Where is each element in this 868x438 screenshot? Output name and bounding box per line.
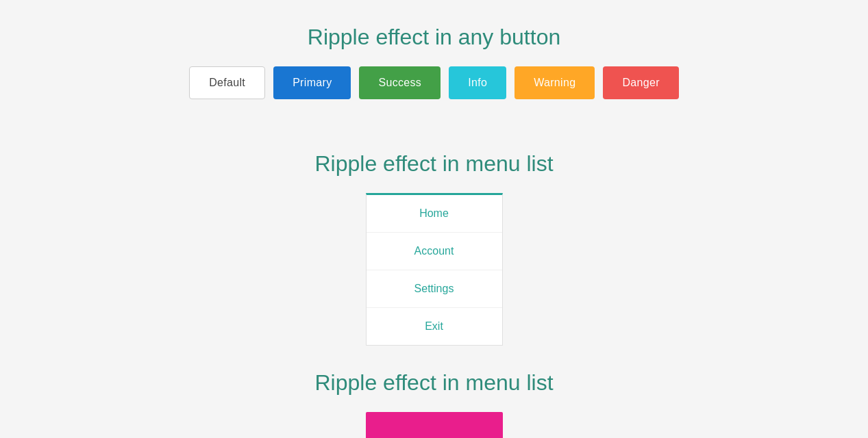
- menu-item-settings[interactable]: Settings: [367, 270, 502, 308]
- btn-success[interactable]: Success: [359, 66, 441, 99]
- buttons-row: Default Primary Success Info Warning Dan…: [189, 66, 679, 99]
- div-element[interactable]: DIV element: [366, 412, 503, 438]
- menu-list: Home Account Settings Exit: [366, 193, 503, 346]
- btn-warning[interactable]: Warning: [514, 66, 595, 99]
- section-buttons-title: Ripple effect in any button: [308, 25, 560, 50]
- section-menu-list: Ripple effect in menu list Home Account …: [14, 140, 854, 346]
- menu-item-exit[interactable]: Exit: [367, 308, 502, 345]
- btn-primary[interactable]: Primary: [273, 66, 351, 99]
- section-div-element: Ripple effect in menu list DIV element: [14, 359, 854, 438]
- btn-default[interactable]: Default: [189, 66, 265, 99]
- btn-danger[interactable]: Danger: [603, 66, 678, 99]
- btn-info[interactable]: Info: [449, 66, 506, 99]
- menu-item-account[interactable]: Account: [367, 233, 502, 270]
- section-buttons: Ripple effect in any button Default Prim…: [14, 14, 854, 127]
- menu-item-home[interactable]: Home: [367, 195, 502, 233]
- section-div-title: Ripple effect in menu list: [314, 370, 553, 396]
- section-menu-list-title: Ripple effect in menu list: [314, 151, 553, 177]
